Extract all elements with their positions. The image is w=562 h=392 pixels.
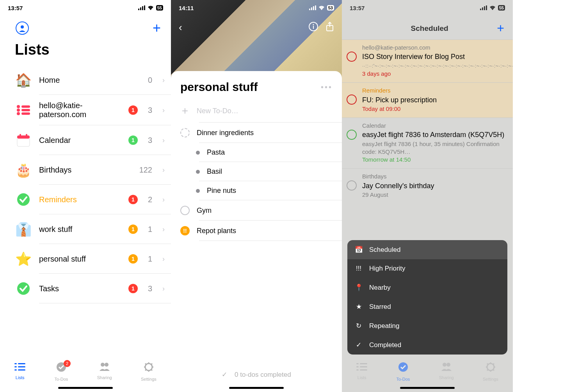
item-body: hello@katie-paterson.comISO Story Interv… (362, 44, 513, 78)
list-icon (15, 191, 32, 208)
scheduled-item[interactable]: BirthdaysJay Connelly's birthday29 Augus… (342, 168, 513, 203)
completed-label: 0 to-dos completed (235, 371, 291, 378)
home-indicator[interactable] (400, 387, 455, 389)
item-title: FU: Pick up prescription (362, 95, 506, 105)
todo-row[interactable]: Gym (171, 200, 342, 221)
new-todo-placeholder: New To-Do… (197, 107, 238, 115)
filter-completed[interactable]: ✓Completed (347, 335, 507, 355)
item-circle-icon[interactable] (347, 130, 357, 140)
tab-to-dos[interactable]: 2To-Dos (55, 362, 68, 381)
tab-icon (143, 362, 154, 375)
item-body: CalendareasyJet flight 7836 to Amsterdam… (362, 122, 506, 164)
screen-lists: 13:57 55 + Lists 🏠Home0›hello@katie-pate… (0, 0, 171, 392)
todo-circle-icon[interactable] (180, 206, 190, 215)
todo-row[interactable]: Pasta (171, 143, 342, 162)
filter-label: Starred (369, 303, 391, 311)
tab-lists[interactable]: Lists (14, 362, 25, 380)
item-desc: easyJet flight 7836 (1 hour, 35 minutes)… (362, 140, 506, 156)
tab-icon (398, 362, 409, 375)
filter-starred[interactable]: ★Starred (347, 297, 507, 316)
tab-label: Settings (141, 377, 157, 381)
add-button[interactable]: + (153, 21, 161, 35)
scheduled-item[interactable]: RemindersFU: Pick up prescriptionToday a… (342, 82, 513, 118)
tab-icon (14, 362, 25, 374)
list-row-home[interactable]: 🏠Home0› (0, 65, 171, 95)
home-indicator[interactable] (229, 387, 284, 389)
svg-rect-1 (140, 7, 141, 10)
todo-label: Gym (197, 207, 212, 215)
avatar-icon[interactable] (16, 21, 29, 35)
todo-row[interactable]: Dinner ingredients (171, 123, 342, 143)
item-body: BirthdaysJay Connelly's birthday29 Augus… (362, 173, 506, 199)
svg-rect-33 (313, 26, 314, 29)
todo-label: Pine nuts (207, 187, 236, 195)
item-circle-icon[interactable] (347, 94, 357, 105)
list-row-tasks[interactable]: Tasks13› (0, 274, 171, 303)
list-icon: 🏠 (15, 71, 32, 89)
filter-scheduled[interactable]: 📅Scheduled (347, 240, 507, 259)
item-source: Reminders (362, 87, 506, 94)
filter-nearby[interactable]: 📍Nearby (347, 278, 507, 297)
scheduled-item[interactable]: hello@katie-paterson.comISO Story Interv… (342, 39, 513, 82)
item-when: Today at 09:00 (362, 105, 506, 113)
scheduled-item[interactable]: CalendareasyJet flight 7836 to Amsterdam… (342, 118, 513, 168)
filter-label: Scheduled (369, 246, 400, 254)
todo-row[interactable]: Pine nuts (171, 181, 342, 200)
tab-settings[interactable]: Settings (141, 362, 157, 381)
list-row-hello-katie-paterson-com[interactable]: hello@katie-paterson.com13› (0, 95, 171, 125)
add-button[interactable]: + (497, 21, 504, 36)
svg-rect-43 (356, 369, 359, 371)
home-indicator[interactable] (58, 387, 113, 389)
status-right: 55 (138, 5, 163, 11)
tab-lists[interactable]: Lists (356, 362, 367, 380)
chevron-right-icon: › (162, 166, 165, 174)
svg-rect-18 (18, 363, 25, 364)
count: 3 (148, 284, 152, 293)
filter-repeating[interactable]: ↻Repeating (347, 316, 507, 335)
screen-scheduled: 13:57 55 Scheduled + hello@katie-paterso… (342, 0, 513, 392)
back-button[interactable]: ‹ (179, 21, 182, 34)
status-right: 53 (309, 5, 334, 11)
new-todo-row[interactable]: + New To-Do… (171, 99, 342, 123)
list-row-birthdays[interactable]: 🎂Birthdays122› (0, 155, 171, 185)
list-row-work-stuff[interactable]: 👔work stuff11› (0, 214, 171, 244)
filter-label: Repeating (369, 322, 400, 330)
svg-rect-30 (315, 5, 316, 10)
tab-sharing[interactable]: Sharing (97, 362, 112, 380)
share-icon[interactable] (325, 21, 334, 34)
chevron-right-icon: › (162, 255, 165, 263)
status-bar: 14:11 53 (171, 0, 342, 16)
svg-rect-20 (18, 366, 25, 367)
list-icon (15, 132, 32, 149)
item-source: Calendar (362, 122, 506, 130)
list-label: work stuff (39, 225, 121, 234)
svg-point-5 (17, 105, 20, 108)
list-row-reminders[interactable]: Reminders12› (0, 185, 171, 214)
badge: 1 (128, 135, 138, 145)
item-title: easyJet flight 7836 to Amsterdam (K5Q7V5… (362, 130, 506, 139)
svg-rect-2 (142, 6, 143, 10)
tab-icon (99, 362, 110, 374)
page-title: Lists (0, 39, 171, 65)
svg-point-24 (101, 363, 105, 367)
todo-row[interactable]: !!Repot plants (171, 221, 342, 241)
filter-high-priority[interactable]: !!!High Priority (347, 259, 507, 278)
list-row-personal-stuff[interactable]: ⭐personal stuff11› (0, 244, 171, 274)
svg-rect-36 (482, 7, 483, 10)
item-circle-icon[interactable] (347, 180, 357, 191)
battery-icon: 53 (327, 5, 334, 11)
item-title: ISO Story Interview for Blog Post (362, 52, 513, 61)
info-icon[interactable] (308, 21, 318, 34)
more-button[interactable]: ••• (321, 83, 333, 92)
tab-settings[interactable]: Settings (483, 362, 498, 381)
list-row-calendar[interactable]: Calendar13› (0, 125, 171, 155)
item-when: 3 days ago (362, 70, 513, 78)
todo-row[interactable]: Basil (171, 162, 342, 181)
tab-label: Lists (16, 375, 25, 380)
item-circle-icon[interactable] (347, 52, 357, 62)
tab-sharing[interactable]: Sharing (439, 362, 454, 380)
svg-rect-8 (21, 109, 30, 111)
wifi-icon (148, 5, 154, 11)
tab-to-dos[interactable]: To-Dos (397, 362, 410, 381)
completed-footer[interactable]: ✓ 0 to-dos completed (171, 371, 342, 379)
